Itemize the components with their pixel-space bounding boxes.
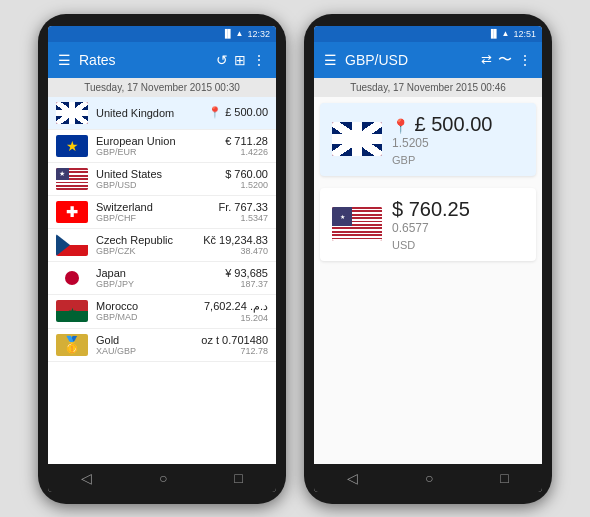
flag-gold: 🥇 bbox=[56, 334, 88, 356]
amount-cz: Kč 19,234.83 bbox=[203, 234, 268, 246]
rate-jp: 187.37 bbox=[225, 279, 268, 289]
currency-pair-us: GBP/USD bbox=[96, 180, 217, 190]
table-row[interactable]: Japan GBP/JPY ¥ 93,685 187.37 bbox=[48, 262, 276, 295]
flag-us: ★ bbox=[56, 168, 88, 190]
flag-eu: ★ bbox=[56, 135, 88, 157]
currency-info-ch: Switzerland GBP/CHF bbox=[96, 201, 210, 223]
right-swap-icon[interactable]: ⇄ bbox=[481, 52, 492, 67]
base-amount: 📍 £ 500.00 bbox=[392, 113, 524, 136]
quote-currency-block[interactable]: ★ $ 760.25 0.6577 USD bbox=[320, 188, 536, 261]
quote-amount: $ 760.25 bbox=[392, 198, 524, 221]
left-refresh-icon[interactable]: ↺ bbox=[216, 52, 228, 68]
right-nav-recent[interactable]: □ bbox=[500, 470, 508, 486]
left-nav-bar: ◁ ○ □ bbox=[48, 464, 276, 492]
table-row[interactable]: 🥇 Gold XAU/GBP oz t 0.701480 712.78 bbox=[48, 329, 276, 362]
right-app-bar-icons: ⇄ 〜 ⋮ bbox=[481, 51, 532, 69]
table-row[interactable]: ★ European Union GBP/EUR € 711.28 1.4226 bbox=[48, 130, 276, 163]
currency-value-gold: oz t 0.701480 712.78 bbox=[201, 334, 268, 356]
currency-value-jp: ¥ 93,685 187.37 bbox=[225, 267, 268, 289]
rate-ma: 15.204 bbox=[204, 313, 268, 323]
amount-us: $ 760.00 bbox=[225, 168, 268, 180]
amount-ma: د.م. 7,602.24 bbox=[204, 300, 268, 313]
rate-cz: 38.470 bbox=[203, 246, 268, 256]
quote-rate: 0.6577 bbox=[392, 221, 524, 235]
pin-icon: 📍 bbox=[392, 118, 409, 134]
detail-flag-gbp bbox=[332, 122, 382, 156]
amount-eu: € 711.28 bbox=[225, 135, 268, 147]
left-currency-list: United Kingdom 📍 £ 500.00 ★ European Uni… bbox=[48, 97, 276, 464]
currency-info-jp: Japan GBP/JPY bbox=[96, 267, 217, 289]
left-time: 12:32 bbox=[247, 29, 270, 39]
quote-label: USD bbox=[392, 239, 524, 251]
right-app-bar: ☰ GBP/USD ⇄ 〜 ⋮ bbox=[314, 42, 542, 78]
currency-info-us: United States GBP/USD bbox=[96, 168, 217, 190]
currency-pair-jp: GBP/JPY bbox=[96, 279, 217, 289]
right-nav-bar: ◁ ○ □ bbox=[314, 464, 542, 492]
currency-value-uk: 📍 £ 500.00 bbox=[208, 106, 268, 119]
currency-info-eu: European Union GBP/EUR bbox=[96, 135, 217, 157]
rate-us: 1.5200 bbox=[225, 180, 268, 190]
currency-name-jp: Japan bbox=[96, 267, 217, 279]
right-screen: ▐▌ ▲ 12:51 ☰ GBP/USD ⇄ 〜 ⋮ Tuesday, 17 N… bbox=[314, 26, 542, 492]
currency-info-cz: Czech Republic GBP/CZK bbox=[96, 234, 195, 256]
currency-name-eu: European Union bbox=[96, 135, 217, 147]
currency-info-gold: Gold XAU/GBP bbox=[96, 334, 193, 356]
left-nav-home[interactable]: ○ bbox=[159, 470, 167, 486]
currency-pair-cz: GBP/CZK bbox=[96, 246, 195, 256]
currency-info-ma: Morocco GBP/MAD bbox=[96, 300, 196, 322]
table-row[interactable]: Czech Republic GBP/CZK Kč 19,234.83 38.4… bbox=[48, 229, 276, 262]
left-status-icons: ▐▌ ▲ bbox=[222, 29, 243, 38]
left-filter-icon[interactable]: ⊞ bbox=[234, 52, 246, 68]
currency-value-eu: € 711.28 1.4226 bbox=[225, 135, 268, 157]
currency-pair-eu: GBP/EUR bbox=[96, 147, 217, 157]
left-date-bar: Tuesday, 17 November 2015 00:30 bbox=[48, 78, 276, 97]
base-label: GBP bbox=[392, 154, 524, 166]
left-nav-back[interactable]: ◁ bbox=[81, 470, 92, 486]
flag-uk bbox=[56, 102, 88, 124]
right-nav-home[interactable]: ○ bbox=[425, 470, 433, 486]
flag-cz bbox=[56, 234, 88, 256]
currency-pair-gold: XAU/GBP bbox=[96, 346, 193, 356]
amount-jp: ¥ 93,685 bbox=[225, 267, 268, 279]
base-rate: 1.5205 bbox=[392, 136, 524, 150]
currency-info-uk: United Kingdom bbox=[96, 107, 200, 119]
currency-value-us: $ 760.00 1.5200 bbox=[225, 168, 268, 190]
currency-name-ma: Morocco bbox=[96, 300, 196, 312]
left-status-bar: ▐▌ ▲ 12:32 bbox=[48, 26, 276, 42]
currency-name-gold: Gold bbox=[96, 334, 193, 346]
left-more-icon[interactable]: ⋮ bbox=[252, 52, 266, 68]
right-spacer bbox=[314, 267, 542, 464]
currency-value-ch: Fr. 767.33 1.5347 bbox=[218, 201, 268, 223]
right-more-icon[interactable]: ⋮ bbox=[518, 52, 532, 68]
currency-name-ch: Switzerland bbox=[96, 201, 210, 213]
right-menu-icon[interactable]: ☰ bbox=[324, 52, 337, 68]
left-screen: ▐▌ ▲ 12:32 ☰ Rates ↺ ⊞ ⋮ Tuesday, 17 Nov… bbox=[48, 26, 276, 492]
left-app-bar: ☰ Rates ↺ ⊞ ⋮ bbox=[48, 42, 276, 78]
table-row[interactable]: ★ United States GBP/USD $ 760.00 1.5200 bbox=[48, 163, 276, 196]
amount-ch: Fr. 767.33 bbox=[218, 201, 268, 213]
left-menu-icon[interactable]: ☰ bbox=[58, 52, 71, 68]
currency-name-uk: United Kingdom bbox=[96, 107, 200, 119]
right-chart-icon[interactable]: 〜 bbox=[498, 51, 512, 69]
right-nav-back[interactable]: ◁ bbox=[347, 470, 358, 486]
amount-gold: oz t 0.701480 bbox=[201, 334, 268, 346]
phones-container: ▐▌ ▲ 12:32 ☰ Rates ↺ ⊞ ⋮ Tuesday, 17 Nov… bbox=[38, 14, 552, 504]
detail-flag-usd: ★ bbox=[332, 207, 382, 241]
quote-currency-info: $ 760.25 0.6577 USD bbox=[392, 198, 524, 251]
right-date: Tuesday, 17 November 2015 00:46 bbox=[350, 82, 506, 93]
left-app-title: Rates bbox=[79, 52, 208, 68]
right-status-icons: ▐▌ ▲ bbox=[488, 29, 509, 38]
left-phone: ▐▌ ▲ 12:32 ☰ Rates ↺ ⊞ ⋮ Tuesday, 17 Nov… bbox=[38, 14, 286, 504]
rate-eu: 1.4226 bbox=[225, 147, 268, 157]
currency-name-us: United States bbox=[96, 168, 217, 180]
base-currency-info: 📍 £ 500.00 1.5205 GBP bbox=[392, 113, 524, 166]
left-app-bar-icons: ↺ ⊞ ⋮ bbox=[216, 52, 266, 68]
table-row[interactable]: Morocco GBP/MAD د.م. 7,602.24 15.204 bbox=[48, 295, 276, 329]
table-row[interactable]: ✚ Switzerland GBP/CHF Fr. 767.33 1.5347 bbox=[48, 196, 276, 229]
left-nav-recent[interactable]: □ bbox=[234, 470, 242, 486]
base-currency-block[interactable]: 📍 £ 500.00 1.5205 GBP bbox=[320, 103, 536, 176]
table-row[interactable]: United Kingdom 📍 £ 500.00 bbox=[48, 97, 276, 130]
currency-value-ma: د.م. 7,602.24 15.204 bbox=[204, 300, 268, 323]
rate-ch: 1.5347 bbox=[218, 213, 268, 223]
right-phone: ▐▌ ▲ 12:51 ☰ GBP/USD ⇄ 〜 ⋮ Tuesday, 17 N… bbox=[304, 14, 552, 504]
